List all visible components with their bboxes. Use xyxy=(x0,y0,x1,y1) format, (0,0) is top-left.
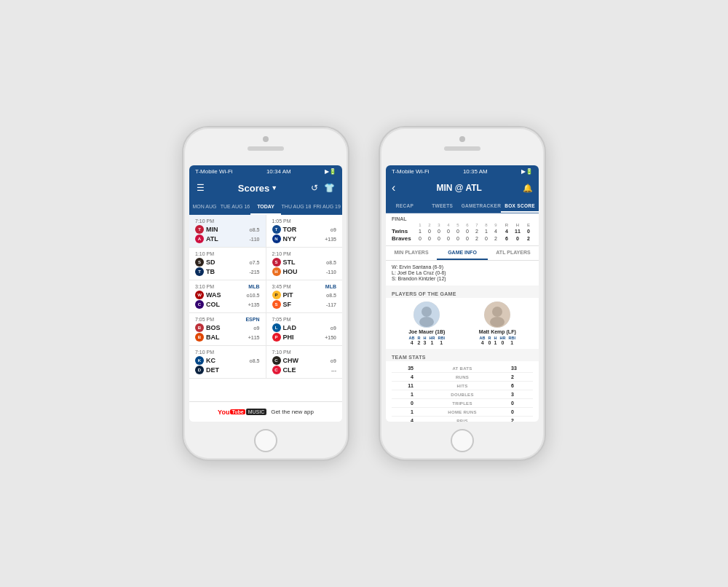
loss-pitcher: L: Joel De La Cruz (0-6) xyxy=(392,270,533,275)
phone-screen-2: T-Mobile Wi-Fi 10:35 AM ▶🔋 ‹ MIN @ ATL 🔔… xyxy=(386,165,539,422)
team-line-det: D DET xyxy=(195,366,260,374)
tab-game-info[interactable]: GAME INFO xyxy=(437,246,488,260)
game-cell-lad-phi[interactable]: 7:05 PM L LAD o9 P PHI xyxy=(266,313,343,345)
table-row[interactable]: 1:10 PM S SD o7.5 T TB xyxy=(189,248,342,280)
team-logo-bal: B xyxy=(195,333,204,342)
svg-point-4 xyxy=(492,307,502,317)
date-tab-fri[interactable]: FRI AUG 19 xyxy=(312,199,342,215)
tab-min-players[interactable]: MIN PLAYERS xyxy=(386,246,437,260)
game-matchup: L LAD o9 P PHI +150 xyxy=(272,323,337,342)
ad-banner-1: YouTube MUSIC Get the new app xyxy=(189,401,342,422)
date-tab-thu[interactable]: THU AUG 18 xyxy=(281,199,312,215)
stat-row-doubles: 1 DOUBLES 3 xyxy=(392,390,533,399)
stat-row-hr: 1 HOME RUNS 0 xyxy=(392,408,533,417)
refresh-icon[interactable]: ↺ xyxy=(311,183,318,193)
app-header-1: ☰ Scores ▼ ↺ 👕 xyxy=(189,177,342,199)
game-time: 7:05 PM ESPN xyxy=(195,317,260,322)
game-matchup: S STL o8.5 H HOU -110 xyxy=(272,258,337,276)
team-logo-pit: P xyxy=(272,291,281,299)
game-time: 7:10 PM xyxy=(195,218,260,224)
team-logo-hou: H xyxy=(272,267,281,276)
game-cell-sd-tb[interactable]: 1:10 PM S SD o7.5 T TB xyxy=(189,248,266,280)
phone-2: T-Mobile Wi-Fi 10:35 AM ▶🔋 ‹ MIN @ ATL 🔔… xyxy=(379,126,546,461)
menu-icon[interactable]: ☰ xyxy=(197,183,205,193)
game-title: MIN @ ATL xyxy=(436,183,481,193)
tab-atl-players[interactable]: ATL PLAYERS xyxy=(488,246,539,260)
game-cell-min-atl[interactable]: 7:10 PM T MIN o8.5 A xyxy=(189,215,266,247)
phone-screen-1: T-Mobile Wi-Fi 10:34 AM ▶🔋 ☰ Scores ▼ ↺ … xyxy=(189,165,342,422)
game-cell-bos-bal[interactable]: 7:05 PM ESPN B BOS o9 xyxy=(189,313,266,345)
app-title: Scores ▼ xyxy=(238,183,277,194)
team-logo-chw: C xyxy=(272,356,281,365)
phone-top-decoration xyxy=(183,127,348,165)
stat-row-rbis: 4 RBIS 2 xyxy=(392,417,533,422)
game-time: 7:10 PM xyxy=(195,350,260,355)
game-matchup: P PIT o8.5 S SF -117 xyxy=(272,291,337,309)
team-line-tor: T TOR o9 xyxy=(272,225,337,234)
stat-row-atbats: 35 AT BATS 33 xyxy=(392,364,533,373)
game-cell-pit-sf[interactable]: 3:45 PM MLB P PIT o8.5 xyxy=(266,280,343,312)
team-line-bos: B BOS o9 xyxy=(195,323,260,332)
svg-point-2 xyxy=(419,317,434,327)
phone-bottom-2 xyxy=(380,422,545,460)
final-label: FINAL xyxy=(392,216,533,221)
date-tab-today[interactable]: TODAY xyxy=(250,199,281,215)
game-cell-tor-nyy[interactable]: 1:05 PM T TOR o9 N xyxy=(266,215,343,247)
table-row[interactable]: 3:10 PM MLB W WAS o10.5 xyxy=(189,280,342,313)
team-logo-min: T xyxy=(195,225,204,234)
table-row[interactable]: 7:05 PM ESPN B BOS o9 xyxy=(189,313,342,346)
game-cell-stl-hou[interactable]: 2:10 PM S STL o8.5 H HOU xyxy=(266,248,343,280)
win-pitcher: W: Ervin Santana (6-9) xyxy=(392,264,533,269)
stat-row-hits: 11 HITS 6 xyxy=(392,382,533,390)
phone-top-decoration-2 xyxy=(380,127,545,165)
team-line-cle: C CLE --- xyxy=(272,366,337,374)
game-cell-chw-cle[interactable]: 7:10 PM C CHW o9 C CLE xyxy=(266,346,343,378)
speaker xyxy=(248,146,284,151)
camera-2 xyxy=(459,136,465,142)
team-line-bal: B BAL +115 xyxy=(195,333,260,342)
players-of-game: Joe Mauer (1B) AB 4 R 2 H 3 xyxy=(386,298,539,349)
home-button-1[interactable] xyxy=(254,429,277,452)
camera xyxy=(263,136,269,142)
table-row[interactable]: 7:10 PM K KC o8.5 D DET xyxy=(189,346,342,379)
team-line-stl: S STL o8.5 xyxy=(272,258,337,267)
game-time: 7:10 PM xyxy=(272,350,337,355)
team-line-pit: P PIT o8.5 xyxy=(272,291,337,299)
tab-recap[interactable]: RECAP xyxy=(386,199,424,213)
tab-gametracker[interactable]: GAMETRACKER xyxy=(462,199,502,213)
player-name-kemp: Matt Kemp (LF) xyxy=(479,329,516,334)
speaker-2 xyxy=(444,146,480,151)
player-stats-kemp: AB 4 R 0 H 1 HR 0 xyxy=(480,336,515,345)
status-time-2: 10:35 AM xyxy=(463,168,488,175)
game-cell-was-col[interactable]: 3:10 PM MLB W WAS o10.5 xyxy=(189,280,266,312)
game-cell-kc-det[interactable]: 7:10 PM K KC o8.5 D DET xyxy=(189,346,266,378)
pitcher-info: W: Ervin Santana (6-9) L: Joel De La Cru… xyxy=(386,261,539,285)
team-logo-det: D xyxy=(195,366,204,374)
home-button-2[interactable] xyxy=(451,429,474,452)
tab-tweets[interactable]: TWEETS xyxy=(424,199,462,213)
team-logo-nyy: N xyxy=(272,235,281,243)
date-tab-mon[interactable]: MON AUG 15 xyxy=(189,199,220,215)
score-row-twins: Twins 1 0 0 0 0 0 2 1 4 4 11 0 xyxy=(392,228,533,235)
svg-point-1 xyxy=(422,307,432,317)
bell-icon[interactable]: 🔔 xyxy=(523,184,533,193)
tab-boxscore[interactable]: BOX SCORE xyxy=(501,199,539,213)
team-stats-title: TEAM STATS xyxy=(386,352,539,361)
team-line-sf: S SF -117 xyxy=(272,300,337,309)
game-time: 1:10 PM xyxy=(195,251,260,256)
player-stats-mauer: AB 4 R 2 H 3 HR 1 xyxy=(409,336,445,345)
team-logo-phi: P xyxy=(272,333,281,342)
date-tab-tue[interactable]: TUE AUG 16 xyxy=(220,199,250,215)
table-row[interactable]: 7:10 PM T MIN o8.5 A xyxy=(189,215,342,248)
team-line-sd: S SD o7.5 xyxy=(195,258,260,267)
avatar-kemp xyxy=(484,302,510,328)
back-button[interactable]: ‹ xyxy=(392,181,395,194)
team-logo-kc: K xyxy=(195,356,204,365)
game-time: 7:05 PM xyxy=(272,317,337,322)
battery-info: ▶🔋 xyxy=(325,168,336,175)
team-logo-tb: T xyxy=(195,267,204,276)
ad-text: Get the new app xyxy=(271,409,314,415)
carrier-info: T-Mobile Wi-Fi xyxy=(195,168,233,175)
stat-row-triples: 0 TRIPLES 0 xyxy=(392,399,533,408)
profile-icon[interactable]: 👕 xyxy=(324,183,335,193)
